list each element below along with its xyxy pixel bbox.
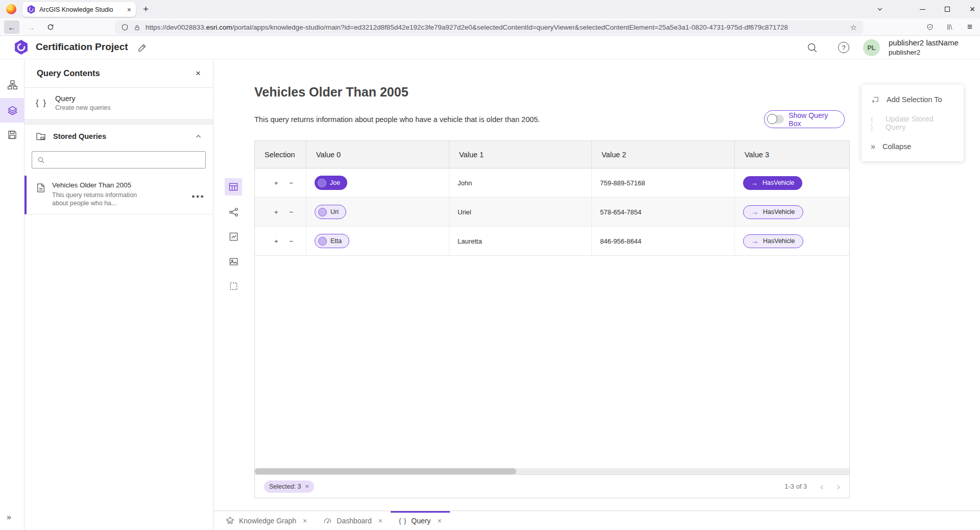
entity-dot-icon (318, 208, 327, 216)
chip-close-icon[interactable]: × (305, 483, 309, 490)
expand-rail-icon[interactable]: » (7, 513, 11, 522)
tracking-shield-icon[interactable] (121, 23, 129, 31)
panel-close-icon[interactable]: × (196, 68, 201, 79)
link-chart-button[interactable] (225, 203, 242, 221)
item-overflow-icon[interactable]: ●●● (192, 193, 205, 199)
scrollbar-thumb[interactable] (255, 468, 516, 474)
tab-close-icon[interactable]: × (437, 517, 441, 525)
arrow-right-icon: → (751, 179, 758, 187)
remove-from-selection-icon[interactable]: − (290, 208, 294, 216)
url-bar[interactable]: https://dev0028833.esri.com/portal/apps/… (115, 20, 863, 34)
help-button[interactable]: ? (835, 39, 852, 56)
prev-page-icon[interactable]: ‹ (820, 481, 823, 491)
tab-list-chevron-icon[interactable] (871, 0, 889, 18)
relationship-pill[interactable]: →HasVehicle (743, 205, 803, 219)
column-header[interactable]: Value 0 (306, 141, 449, 168)
relationship-pill[interactable]: →HasVehicle (743, 176, 802, 190)
reload-button[interactable] (43, 20, 58, 34)
table-view-button[interactable] (225, 178, 242, 196)
toggle-track[interactable] (768, 115, 784, 124)
tab-close-icon[interactable]: × (127, 6, 131, 14)
new-query-item[interactable]: { } Query Create new queries (25, 88, 213, 119)
tab-dashboard[interactable]: Dashboard × (315, 511, 391, 530)
entity-pill[interactable]: Etta (315, 234, 349, 248)
search-icon (807, 42, 818, 53)
menu-item-add-selection-to[interactable]: Add Selection To (862, 88, 964, 111)
column-header[interactable]: Selection (255, 141, 306, 168)
toggle-label: Show Query Box (788, 111, 838, 128)
chart-view-button[interactable] (225, 228, 242, 245)
table-row[interactable]: +− Etta Lauretta 846-956-8644 →HasVehicl… (255, 227, 849, 256)
user-username: publisher2 (889, 47, 959, 57)
menu-item-collapse[interactable]: » Collapse (862, 135, 964, 158)
rail-item-saved[interactable] (0, 123, 25, 147)
media-view-button[interactable] (225, 253, 242, 270)
context-menu: Add Selection To { } Update Stored Query… (862, 85, 964, 161)
edit-pencil-icon[interactable] (138, 43, 147, 52)
browser-tab[interactable]: ArcGIS Knowledge Studio × (22, 2, 136, 17)
tab-close-icon[interactable]: × (303, 517, 307, 525)
add-to-selection-icon[interactable]: + (274, 179, 278, 187)
library-icon[interactable] (942, 20, 958, 34)
table-row[interactable]: +− Uri Uriel 578-654-7854 →HasVehicle (255, 198, 849, 227)
add-to-selection-icon[interactable]: + (274, 208, 278, 216)
rail-item-contents[interactable] (0, 98, 25, 123)
menu-item-update-stored-query[interactable]: { } Update Stored Query (862, 111, 964, 135)
collapse-icon: » (871, 142, 875, 151)
browser-nav-bar: ← → https://dev0028833.esri.com/portal/a… (0, 18, 980, 36)
toggle-knob[interactable] (767, 114, 777, 124)
panel-title: Query Contents (37, 68, 196, 78)
protections-icon[interactable] (922, 20, 938, 34)
stored-query-desc: This query returns information about peo… (52, 191, 154, 207)
relationship-pill[interactable]: →HasVehicle (743, 234, 803, 248)
stored-search-input[interactable] (49, 156, 200, 164)
remove-from-selection-icon[interactable]: − (290, 179, 294, 187)
entity-pill[interactable]: Joe (315, 176, 347, 190)
table-row[interactable]: +− Joe John 759-889-57168 →HasVehicle (255, 168, 849, 198)
forward-button[interactable]: → (23, 20, 39, 34)
select-area-button[interactable] (225, 277, 242, 295)
tab-knowledge-graph[interactable]: Knowledge Graph × (218, 511, 315, 530)
bookmark-star-icon[interactable]: ☆ (850, 23, 857, 32)
column-header[interactable]: Value 3 (735, 141, 849, 168)
search-button[interactable] (804, 39, 820, 56)
bottom-tab-bar: Knowledge Graph × Dashboard × { } Query … (213, 511, 980, 530)
cell-value2: 578-654-7854 (592, 198, 735, 226)
user-info[interactable]: publisher2 lastName publisher2 (889, 38, 959, 57)
add-selection-icon (871, 95, 879, 104)
firefox-icon[interactable] (6, 4, 16, 14)
save-icon (7, 130, 17, 140)
new-tab-button[interactable]: + (143, 3, 149, 16)
show-query-box-toggle[interactable]: Show Query Box (764, 110, 845, 128)
knowledge-graph-icon (226, 516, 234, 525)
query-description: This query returns information about peo… (254, 115, 540, 124)
next-page-icon[interactable]: › (837, 481, 840, 491)
remove-from-selection-icon[interactable]: − (290, 237, 294, 245)
cell-value1: Lauretta (449, 227, 592, 255)
selected-chip[interactable]: Selected: 3 × (264, 480, 314, 493)
avatar[interactable]: PL (863, 39, 880, 56)
menu-hamburger-icon[interactable]: ≡ (962, 20, 977, 34)
column-header[interactable]: Value 2 (592, 141, 735, 168)
query-item-title: Query (55, 94, 110, 103)
stored-query-item[interactable]: Vehicles Older Than 2005 This query retu… (25, 176, 213, 214)
minimize-button[interactable] (914, 0, 931, 18)
url-text[interactable]: https://dev0028833.esri.com/portal/apps/… (146, 23, 845, 31)
tab-close-icon[interactable]: × (378, 517, 383, 525)
stored-query-doc-icon (36, 183, 46, 193)
chevron-up-icon[interactable] (195, 133, 202, 140)
entity-pill[interactable]: Uri (315, 205, 346, 219)
stored-queries-header[interactable]: Stored Queries (25, 125, 213, 148)
tab-query[interactable]: { } Query × (391, 511, 450, 530)
left-icon-rail: » (0, 59, 25, 530)
stored-search-box[interactable] (32, 151, 206, 168)
close-window-button[interactable]: × (964, 0, 980, 18)
add-to-selection-icon[interactable]: + (274, 237, 278, 245)
horizontal-scrollbar[interactable] (255, 468, 849, 474)
column-header[interactable]: Value 1 (449, 141, 592, 168)
maximize-button[interactable] (939, 0, 956, 18)
back-button[interactable]: ← (4, 20, 19, 34)
rail-item-data-model[interactable] (0, 73, 25, 97)
results-table: Selection Value 0 Value 1 Value 2 Value … (254, 140, 850, 498)
question-icon: ? (838, 42, 849, 53)
